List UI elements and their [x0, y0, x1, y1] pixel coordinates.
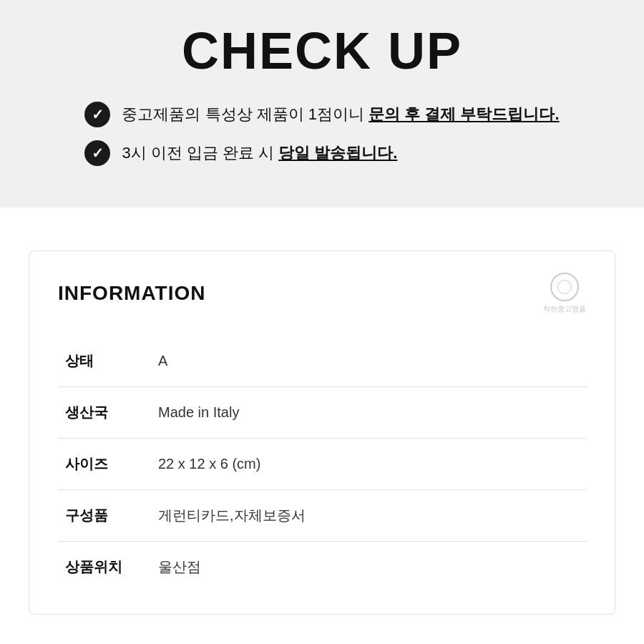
- brand-watermark: 착한중고명품: [543, 273, 586, 314]
- info-label-1: 생산국: [58, 387, 151, 439]
- info-label-0: 상태: [58, 336, 151, 387]
- header-section: CHECK UP 중고제품의 특성상 제품이 1점이니 문의 후 결제 부탁드립…: [0, 0, 644, 208]
- info-label-3: 구성품: [58, 490, 151, 542]
- main-title: CHECK UP: [43, 21, 601, 80]
- check-icon-2: [84, 140, 110, 166]
- info-label-4: 상품위치: [58, 542, 151, 593]
- check-item-1: 중고제품의 특성상 제품이 1점이니 문의 후 결제 부탁드립니다.: [84, 102, 559, 127]
- table-row: 상품위치울산점: [58, 542, 586, 593]
- check-text-1-before: 중고제품의 특성상 제품이 1점이니: [122, 105, 369, 123]
- info-value-4: 울산점: [151, 542, 586, 593]
- table-row: 상태A: [58, 336, 586, 387]
- info-title: INFORMATION: [58, 282, 205, 305]
- check-item-2: 3시 이전 입금 완료 시 당일 발송됩니다.: [84, 140, 559, 166]
- info-value-3: 게런티카드,자체보증서: [151, 490, 586, 542]
- table-row: 사이즈22 x 12 x 6 (cm): [58, 439, 586, 490]
- info-value-1: Made in Italy: [151, 387, 586, 439]
- check-text-2-before: 3시 이전 입금 완료 시: [122, 144, 278, 162]
- check-items-list: 중고제품의 특성상 제품이 1점이니 문의 후 결제 부탁드립니다. 3시 이전…: [84, 102, 559, 179]
- info-card: INFORMATION 착한중고명품 상태A생산국Made in Italy사이…: [29, 250, 615, 615]
- brand-logo-inner: [557, 280, 572, 294]
- check-text-1: 중고제품의 특성상 제품이 1점이니 문의 후 결제 부탁드립니다.: [122, 104, 559, 126]
- table-row: 생산국Made in Italy: [58, 387, 586, 439]
- brand-name-text: 착한중고명품: [543, 304, 586, 314]
- info-header: INFORMATION 착한중고명품: [58, 273, 586, 314]
- check-text-2-bold: 당일 발송됩니다.: [278, 144, 397, 162]
- check-text-2: 3시 이전 입금 완료 시 당일 발송됩니다.: [122, 142, 397, 165]
- info-value-2: 22 x 12 x 6 (cm): [151, 439, 586, 490]
- spacer: [0, 208, 644, 250]
- check-icon-1: [84, 102, 110, 127]
- info-table: 상태A생산국Made in Italy사이즈22 x 12 x 6 (cm)구성…: [58, 336, 586, 592]
- info-value-0: A: [151, 336, 586, 387]
- brand-logo-circle: [550, 273, 579, 301]
- table-row: 구성품게런티카드,자체보증서: [58, 490, 586, 542]
- info-label-2: 사이즈: [58, 439, 151, 490]
- check-text-1-bold: 문의 후 결제 부탁드립니다.: [369, 105, 559, 123]
